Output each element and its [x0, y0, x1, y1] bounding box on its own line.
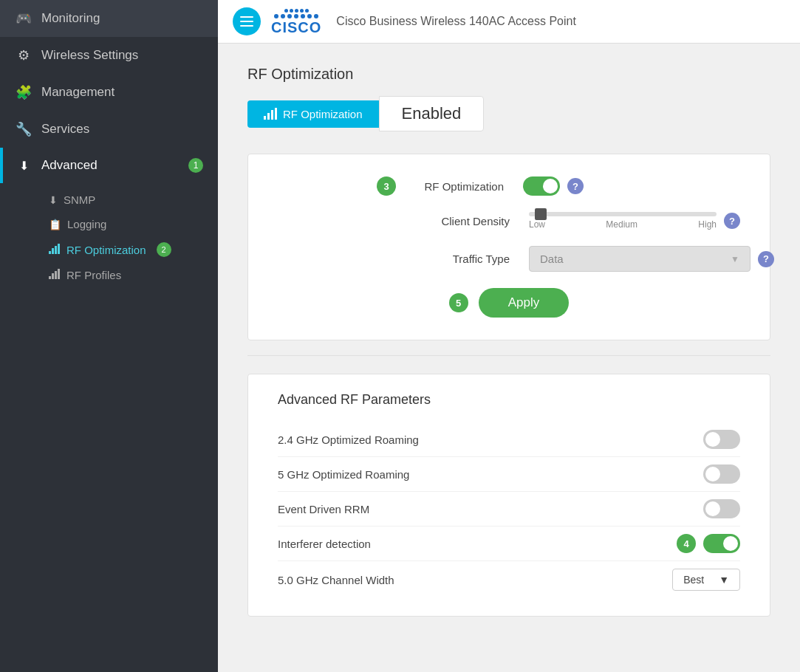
traffic-type-dropdown-wrap: Data ▼ ?	[529, 246, 774, 272]
management-icon: 🧩	[15, 84, 33, 100]
sidebar-item-label: Advanced	[41, 158, 98, 173]
services-icon: 🔧	[15, 121, 33, 137]
adv-label-0: 2.4 GHz Optimized Roaming	[278, 433, 419, 446]
logging-icon: 📋	[49, 219, 61, 230]
slider-medium: Medium	[606, 219, 637, 230]
slider-labels: Low Medium High	[529, 219, 717, 230]
sidebar-item-rf-optimization[interactable]: RF Optimization 2	[41, 236, 218, 263]
rf-opt-tab-icon	[264, 108, 277, 120]
svg-rect-7	[58, 269, 60, 279]
adv-control-0	[703, 430, 740, 449]
menu-button[interactable]	[233, 7, 261, 35]
advanced-sub-menu: ⬇ SNMP 📋 Logging RF Optimization 2 RF Pr…	[0, 183, 218, 292]
snmp-icon: ⬇	[49, 194, 58, 206]
channel-width-value: Best	[683, 574, 704, 586]
adv-control-3: 4	[677, 534, 740, 553]
svg-rect-5	[52, 273, 54, 279]
traffic-type-label: Traffic Type	[414, 253, 510, 265]
svg-rect-1	[52, 248, 54, 254]
sidebar-item-rf-profiles[interactable]: RF Profiles	[41, 263, 218, 287]
adv-toggle-3[interactable]	[703, 534, 740, 553]
sidebar-sub-label: RF Optimization	[66, 244, 146, 256]
svg-rect-8	[264, 116, 266, 120]
apply-row: 5 Apply	[278, 288, 740, 318]
sidebar-sub-label: RF Profiles	[66, 269, 121, 281]
traffic-type-help[interactable]: ?	[758, 251, 774, 267]
rf-opt-tab-label: RF Optimization	[283, 108, 363, 120]
slider-low: Low	[529, 219, 545, 230]
adv-row-0: 2.4 GHz Optimized Roaming	[278, 422, 740, 457]
advanced-icon: ⬇	[15, 159, 33, 173]
rf-optimization-form: 3 RF Optimization ? Client Density	[247, 154, 770, 340]
cisco-dots-2	[274, 14, 318, 18]
section-separator	[247, 355, 770, 356]
rf-opt-status: Enabled	[379, 96, 485, 131]
hamburger-icon	[240, 16, 253, 27]
sidebar-item-label: Wireless Settings	[41, 48, 138, 63]
adv-row-2: Event Driven RRM	[278, 492, 740, 527]
rf-optimization-tab[interactable]: RF Optimization	[247, 100, 379, 128]
channel-width-select[interactable]: Best ▼	[672, 569, 740, 591]
sidebar-item-label: Management	[41, 85, 114, 100]
step-5-badge: 5	[449, 293, 468, 312]
tab-bar: RF Optimization Enabled	[247, 96, 770, 131]
channel-width-arrow: ▼	[719, 574, 729, 586]
adv-toggle-2[interactable]	[703, 499, 740, 518]
step-3-badge: 3	[377, 176, 396, 196]
sidebar-item-advanced[interactable]: ⬇ Advanced 1	[0, 148, 218, 183]
svg-rect-2	[55, 246, 57, 254]
client-density-row: Client Density Low Medium High ?	[278, 212, 740, 230]
header: cisco Cisco Business Wireless 140AC Acce…	[218, 0, 800, 44]
cisco-dots	[284, 9, 309, 13]
active-indicator	[0, 148, 3, 183]
sidebar-sub-label: SNMP	[64, 193, 95, 206]
rf-optimization-toggle-wrap: ?	[523, 176, 584, 196]
svg-rect-10	[271, 110, 273, 120]
apply-button[interactable]: Apply	[479, 288, 570, 318]
dropdown-arrow-icon: ▼	[731, 254, 739, 264]
advanced-badge: 1	[188, 158, 203, 173]
svg-rect-4	[49, 276, 51, 279]
header-title: Cisco Business Wireless 140AC Access Poi…	[336, 15, 576, 28]
wireless-settings-icon: ⚙	[15, 47, 33, 64]
svg-rect-9	[267, 113, 270, 120]
adv-toggle-0[interactable]	[703, 430, 740, 449]
sidebar-item-logging[interactable]: 📋 Logging	[41, 212, 218, 236]
adv-control-4: Best ▼	[672, 569, 740, 591]
adv-row-1: 5 GHz Optimized Roaming	[278, 457, 740, 492]
client-density-thumb[interactable]	[535, 208, 547, 220]
sidebar-item-services[interactable]: 🔧 Services	[0, 111, 218, 148]
rf-opt-badge: 2	[157, 242, 171, 257]
adv-control-1	[703, 464, 740, 484]
rf-optimization-nav-icon	[49, 244, 61, 256]
client-density-label: Client Density	[414, 215, 510, 227]
svg-rect-0	[49, 251, 51, 254]
rf-optimization-toggle[interactable]	[523, 176, 560, 196]
sidebar-item-monitoring[interactable]: 🎮 Monitoring	[0, 0, 218, 37]
traffic-type-value: Data	[540, 253, 564, 265]
sidebar-item-label: Services	[41, 122, 89, 137]
rf-optimization-help[interactable]: ?	[567, 178, 584, 194]
step-4-badge: 4	[677, 534, 696, 553]
traffic-type-dropdown[interactable]: Data ▼	[529, 246, 751, 272]
adv-row-4: 5.0 GHz Channel Width Best ▼	[278, 561, 740, 598]
cisco-brand-text: cisco	[271, 20, 321, 35]
client-density-help[interactable]: ?	[724, 213, 740, 229]
adv-toggle-1[interactable]	[703, 464, 740, 484]
svg-rect-11	[275, 108, 277, 120]
sidebar-item-snmp[interactable]: ⬇ SNMP	[41, 188, 218, 212]
sidebar-item-wireless-settings[interactable]: ⚙ Wireless Settings	[0, 37, 218, 74]
sidebar-item-label: Monitoring	[41, 11, 100, 26]
content-area: RF Optimization RF Optimization Enabled …	[218, 44, 800, 672]
page-title: RF Optimization	[247, 66, 770, 83]
adv-row-3: Interferer detection 4	[278, 527, 740, 561]
adv-label-4: 5.0 GHz Channel Width	[278, 574, 394, 586]
traffic-type-row: Traffic Type Data ▼ ?	[278, 246, 740, 272]
sidebar-item-management[interactable]: 🧩 Management	[0, 74, 218, 111]
rf-optimization-toggle-label: RF Optimization	[408, 180, 504, 193]
cisco-logo: cisco	[271, 9, 321, 35]
rf-profiles-icon	[49, 269, 61, 281]
advanced-rf-section: Advanced RF Parameters 2.4 GHz Optimized…	[247, 374, 770, 617]
sidebar: 🎮 Monitoring ⚙ Wireless Settings 🧩 Manag…	[0, 0, 218, 672]
adv-label-3: Interferer detection	[278, 538, 371, 550]
